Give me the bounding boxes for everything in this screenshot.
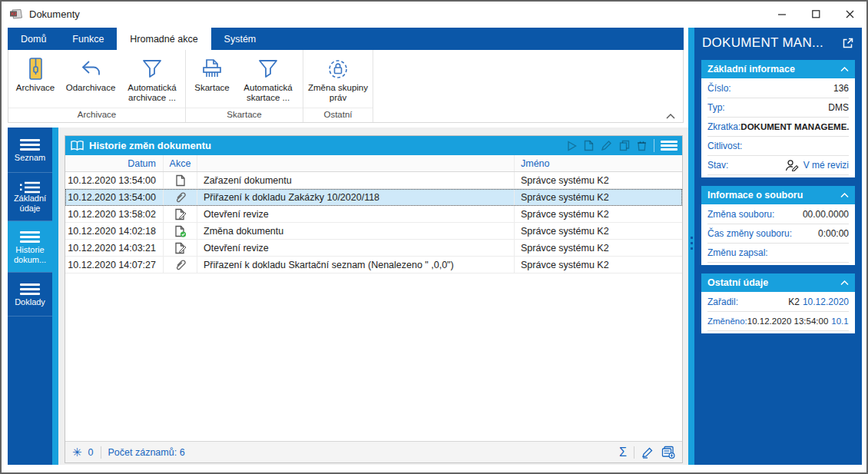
- ribbon-group-label: Archivace: [8, 108, 185, 122]
- column-header-action[interactable]: [197, 155, 515, 171]
- snowflake-icon[interactable]: ✳: [72, 446, 82, 459]
- menu-icon: [20, 229, 40, 245]
- odarchivace-button[interactable]: Odarchivace: [60, 52, 121, 108]
- undo-arrow-icon: [79, 55, 102, 83]
- archivace-button[interactable]: Archivace: [11, 52, 60, 108]
- ribbon-group-ostatni: Změna skupiny práv Ostatní: [303, 50, 373, 122]
- new-doc-icon[interactable]: [584, 140, 594, 151]
- cell-date: 10.12.2020 14:02:18: [65, 223, 164, 239]
- cell-name: Správce systému K2: [515, 223, 682, 239]
- copy-icon[interactable]: [619, 140, 630, 151]
- column-header-akce[interactable]: Akce: [164, 155, 197, 171]
- history-panel-header: Historie změn dokumentu: [65, 136, 682, 155]
- cell-name: Správce systému K2: [515, 206, 682, 222]
- maximize-button[interactable]: [799, 2, 833, 27]
- ribbon-tab-hromadne-akce[interactable]: Hromadné akce: [117, 28, 210, 50]
- ribbon: Archivace Odarchivace: [8, 50, 684, 123]
- cell-name: Správce systému K2: [515, 257, 682, 273]
- add-record-icon[interactable]: [661, 446, 675, 459]
- table-row-selected[interactable]: 10.12.2020 13:54:00 Přiřazení k dokladu …: [65, 189, 682, 206]
- column-header-jmeno[interactable]: Jméno: [515, 155, 682, 171]
- table-row[interactable]: 10.12.2020 14:02:18 Změna dokumentu Sprá…: [65, 223, 682, 240]
- section-header[interactable]: Základní informace: [701, 60, 855, 78]
- column-header-datum[interactable]: Datum: [65, 155, 164, 171]
- table-row[interactable]: 10.12.2020 14:07:27 Přiřazení k dokladu …: [65, 257, 682, 273]
- window-title: Dokumenty: [29, 8, 80, 20]
- automaticka-archivace-button[interactable]: Automatická archivace ...: [121, 52, 183, 108]
- chevron-up-icon: [840, 193, 849, 198]
- ribbon-group-skartace: Skartace Automatická skartace ... Skarta…: [186, 50, 303, 122]
- book-icon: [70, 140, 84, 151]
- zmena-skupiny-prav-button[interactable]: Změna skupiny práv: [306, 52, 370, 108]
- table-row[interactable]: 10.12.2020 13:58:02 Otevření revize Sprá…: [65, 206, 682, 223]
- sigma-icon[interactable]: Σ: [619, 446, 627, 459]
- field-zaradil: Zařadil: K210.12.2020: [707, 293, 849, 312]
- cell-action: Otevření revize: [197, 240, 515, 256]
- section-informace-o-souboru: Informace o souboru Změna souboru: 00.00…: [701, 186, 855, 265]
- section-zakladni-informace: Základní informace Číslo: 136 Typ: DMS Z…: [701, 60, 855, 177]
- cell-action: Přiřazení k dokladu Skartační seznam (Ne…: [197, 257, 515, 273]
- field-zmenu-zapsal: Změnu zapsal:: [707, 244, 849, 263]
- zmeneno-value: 10.12.2020 13:54:00: [747, 317, 829, 326]
- cell-date: 10.12.2020 13:54:00: [65, 172, 164, 188]
- sidebar-item-zakladni-udaje[interactable]: Základní údaje: [8, 173, 52, 221]
- zaradil-date-link[interactable]: 10.12.2020: [803, 297, 849, 307]
- sidebar-item-historie-dokumentu[interactable]: Historie dokum...: [8, 221, 52, 273]
- paperclip-icon: [164, 189, 197, 205]
- edit-icon[interactable]: [601, 140, 612, 151]
- ribbon-group-archivace: Archivace Odarchivace: [8, 50, 186, 122]
- filter-icon: [141, 55, 163, 83]
- splitter-handle: [691, 237, 693, 253]
- panel-menu-icon[interactable]: [661, 139, 678, 153]
- panel-splitter[interactable]: [688, 28, 694, 465]
- ribbon-tab-funkce[interactable]: Funkce: [59, 28, 117, 50]
- sidebar: Seznam Základní údaje Historie dokum... …: [8, 128, 52, 465]
- field-zkratka: Zkratka: DOKUMENT MANAGEME...: [707, 118, 849, 137]
- stav-value[interactable]: V mé revizi: [803, 160, 849, 171]
- ribbon-group-label: Ostatní: [303, 108, 373, 122]
- section-header[interactable]: Informace o souboru: [701, 186, 855, 204]
- title-bar: K2 Dokumenty: [2, 2, 866, 27]
- chevron-up-icon: [840, 280, 849, 286]
- document-check-icon: [164, 223, 197, 239]
- edit-icon[interactable]: [641, 446, 654, 459]
- sidebar-item-doklady[interactable]: Doklady: [8, 273, 52, 317]
- cell-date: 10.12.2020 14:03:21: [65, 240, 164, 256]
- field-cislo: Číslo: 136: [707, 79, 849, 98]
- section-header[interactable]: Ostatní údaje: [701, 273, 855, 292]
- open-external-icon[interactable]: [842, 37, 854, 49]
- field-stav: Stav: V mé revizi: [707, 156, 849, 175]
- table-empty-area: [65, 273, 682, 441]
- skartace-button[interactable]: Skartace: [188, 52, 236, 108]
- records-count-label: Počet záznamů: 6: [108, 447, 185, 458]
- section-ostatni-udaje: Ostatní údaje Zařadil: K210.12.2020 Změn…: [701, 273, 855, 333]
- panel-title: Historie změn dokumentu: [89, 140, 211, 151]
- play-icon[interactable]: [567, 141, 577, 151]
- cell-date: 10.12.2020 14:07:27: [65, 257, 164, 273]
- shredder-icon: [200, 55, 224, 83]
- history-panel: Historie změn dokumentu: [65, 135, 683, 463]
- table-row[interactable]: 10.12.2020 14:03:21 Otevření revize Sprá…: [65, 240, 682, 257]
- minimize-button[interactable]: [765, 2, 799, 27]
- close-button[interactable]: [833, 2, 866, 27]
- cell-action: Otevření revize: [197, 206, 515, 222]
- separator: [101, 446, 101, 459]
- cell-action: Přiřazení k dokladu Zakázky 10/2020/118: [197, 189, 515, 205]
- svg-text:K2: K2: [11, 12, 16, 16]
- ribbon-tab-domu[interactable]: Domů: [8, 28, 59, 50]
- delete-icon[interactable]: [637, 140, 647, 151]
- sidebar-item-seznam[interactable]: Seznam: [8, 128, 52, 173]
- menu-icon: [20, 137, 40, 153]
- automaticka-skartace-button[interactable]: Automatická skartace ...: [236, 52, 300, 108]
- flake-count: 0: [88, 447, 94, 458]
- field-cas-zmeny-souboru: Čas změny souboru: 0:00:00: [707, 224, 849, 244]
- filter-icon: [257, 55, 279, 83]
- field-typ: Typ: DMS: [707, 98, 849, 118]
- lock-circle-icon: [326, 55, 350, 83]
- cell-date: 10.12.2020 13:54:00: [65, 189, 164, 205]
- ribbon-tab-system[interactable]: Systém: [211, 28, 270, 50]
- archive-icon: [25, 55, 46, 83]
- zmeneno-date-link[interactable]: 10.12....: [831, 317, 849, 326]
- ribbon-collapse-chevron-icon[interactable]: [666, 114, 675, 119]
- table-row[interactable]: 10.12.2020 13:54:00 Zařazení dokumentu S…: [65, 172, 682, 189]
